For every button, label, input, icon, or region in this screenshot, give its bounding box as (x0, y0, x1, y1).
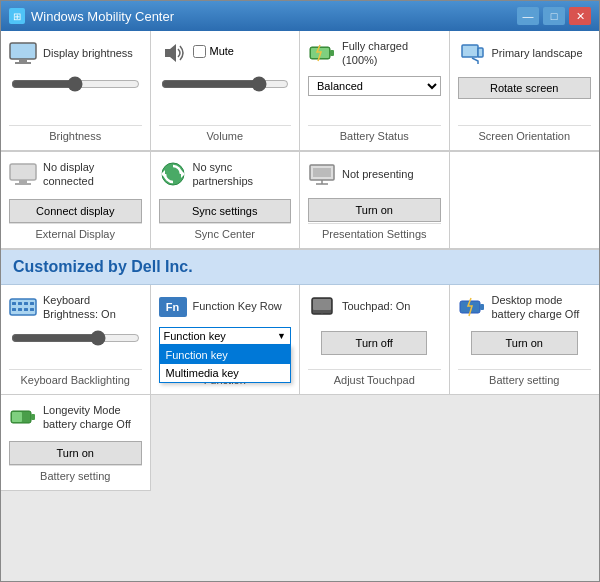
longevity-icon (9, 403, 37, 431)
desktop-battery-icon (458, 293, 486, 321)
sync-top: No sync partnerships (159, 160, 292, 189)
maximize-button[interactable]: □ (543, 7, 565, 25)
keyboard-brightness-slider[interactable] (11, 331, 140, 345)
svg-rect-19 (10, 299, 36, 315)
second-grid: No display connected Connect display Ext… (1, 152, 599, 250)
volume-slider-container[interactable] (159, 73, 292, 98)
sync-label: Sync Center (159, 223, 292, 240)
keyboard-title: Keyboard Brightness: On (43, 293, 142, 322)
svg-rect-32 (480, 304, 484, 310)
svg-rect-18 (313, 168, 331, 177)
battery-cell: Fully charged (100%) Balanced Power save… (300, 31, 450, 151)
fnkey-top: Fn Function Key Row (159, 293, 292, 321)
presentation-top: Not presenting (308, 160, 441, 188)
svg-rect-29 (313, 299, 331, 310)
svg-rect-5 (330, 50, 334, 56)
window: ⊞ Windows Mobility Center — □ ✕ (0, 0, 600, 582)
fn-dropdown-arrow: ▼ (277, 331, 286, 341)
touchpad-title: Touchpad: On (342, 299, 411, 313)
svg-rect-21 (18, 302, 22, 305)
sync-settings-button[interactable]: Sync settings (159, 199, 292, 223)
brightness-label: Brightness (9, 125, 142, 142)
sync-icon (159, 160, 187, 188)
battery-dropdown[interactable]: Balanced Power saver High performance (308, 76, 441, 96)
orientation-cell: Primary landscape Rotate screen Screen O… (450, 31, 600, 151)
svg-rect-11 (15, 183, 31, 185)
mute-area: Mute (193, 45, 234, 62)
connect-display-button[interactable]: Connect display (9, 199, 142, 223)
longevity-label: Battery setting (9, 465, 142, 482)
svg-rect-1 (19, 59, 27, 62)
fn-option-function-key[interactable]: Function key (160, 346, 291, 364)
close-button[interactable]: ✕ (569, 7, 591, 25)
touchpad-label: Adjust Touchpad (308, 369, 441, 386)
brightness-slider[interactable] (11, 77, 140, 91)
mute-label: Mute (210, 45, 234, 57)
fn-selected-value: Function key (164, 330, 278, 342)
present-icon (308, 160, 336, 188)
rotate-screen-button[interactable]: Rotate screen (458, 77, 592, 99)
svg-rect-20 (12, 302, 16, 305)
svg-rect-10 (19, 180, 27, 183)
keyboard-label: Keyboard Backlighting (9, 369, 142, 386)
volume-slider[interactable] (161, 77, 290, 91)
brightness-title: Display brightness (43, 46, 133, 60)
longevity-title: Longevity Mode battery charge Off (43, 403, 142, 432)
empty-cell (450, 152, 600, 249)
svg-rect-7 (462, 45, 478, 57)
svg-rect-34 (31, 414, 35, 420)
ext-display-icon (9, 160, 37, 188)
volume-label: Volume (159, 125, 292, 142)
desktop-battery-cell: Desktop mode battery charge Off Turn on … (450, 285, 600, 395)
fn-select-container: Function key ▼ Function key Multimedia k… (159, 327, 292, 345)
minimize-button[interactable]: — (517, 7, 539, 25)
svg-rect-35 (12, 412, 22, 422)
empty-bottom-2 (151, 395, 301, 492)
keyboard-top: Keyboard Brightness: On (9, 293, 142, 322)
speaker-icon (159, 39, 187, 67)
presentation-label: Presentation Settings (308, 223, 441, 240)
fnkey-title: Function Key Row (193, 299, 282, 313)
battery-icon (308, 39, 336, 67)
monitor-icon (9, 39, 37, 67)
orientation-icon (458, 39, 486, 67)
touchpad-icon (308, 293, 336, 321)
fn-dropdown-trigger[interactable]: Function key ▼ (159, 327, 292, 345)
svg-rect-23 (30, 302, 34, 305)
orientation-title: Primary landscape (492, 46, 583, 60)
fn-dropdown-open: Function key Multimedia key (159, 345, 292, 383)
brightness-cell: Display brightness Brightness (1, 31, 151, 151)
mute-checkbox[interactable] (193, 45, 206, 58)
keyboard-cell: Keyboard Brightness: On Keyboard Backlig… (1, 285, 151, 395)
fn-option-multimedia-key[interactable]: Multimedia key (160, 364, 291, 382)
mute-row[interactable]: Mute (193, 45, 234, 58)
desktop-battery-top: Desktop mode battery charge Off (458, 293, 592, 322)
top-grid: Display brightness Brightness (1, 31, 599, 152)
desktop-battery-turn-on-button[interactable]: Turn on (471, 331, 578, 355)
keyboard-brightness-slider-container[interactable] (9, 327, 142, 352)
ext-display-label: External Display (9, 223, 142, 240)
bottom-grid: Keyboard Brightness: On Keyboard Backlig… (1, 285, 599, 395)
desktop-battery-label: Battery setting (458, 369, 592, 386)
touchpad-turn-off-button[interactable]: Turn off (321, 331, 427, 355)
svg-marker-3 (165, 44, 176, 62)
svg-rect-0 (10, 43, 36, 59)
svg-rect-2 (15, 62, 31, 64)
app-icon: ⊞ (9, 8, 25, 24)
presentation-turn-on-button[interactable]: Turn on (308, 198, 441, 222)
longevity-top: Longevity Mode battery charge Off (9, 403, 142, 432)
orientation-top: Primary landscape (458, 39, 592, 67)
touchpad-top: Touchpad: On (308, 293, 441, 321)
svg-rect-9 (10, 164, 36, 180)
ext-display-cell: No display connected Connect display Ext… (1, 152, 151, 249)
svg-rect-27 (30, 308, 34, 311)
svg-rect-8 (478, 48, 483, 57)
bottom-section: Keyboard Brightness: On Keyboard Backlig… (1, 285, 599, 581)
brightness-slider-container[interactable] (9, 73, 142, 98)
fnkey-cell: Fn Function Key Row Function key ▼ Funct… (151, 285, 301, 395)
brightness-top: Display brightness (9, 39, 142, 67)
ext-display-top: No display connected (9, 160, 142, 189)
svg-rect-22 (24, 302, 28, 305)
empty-bottom-3 (300, 395, 450, 492)
longevity-turn-on-button[interactable]: Turn on (9, 441, 142, 465)
